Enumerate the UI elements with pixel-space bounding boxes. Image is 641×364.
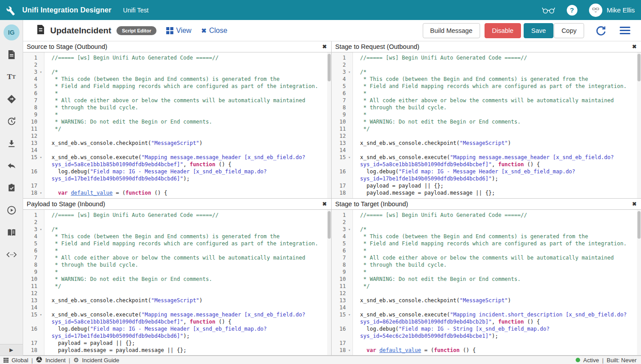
code-line[interactable]: 16 log.debug("Field map: IG - Message He… [23,168,327,175]
code-line[interactable]: 15▾x_snd_eb.ws_console.execute("Mapping … [332,311,637,318]
text-format-icon[interactable]: TT [6,72,17,82]
code-line[interactable]: 14 [332,304,637,311]
code-line[interactable]: 6 * [332,90,637,97]
fold-toggle-icon[interactable]: ▾ [346,226,353,233]
code-line[interactable]: 8 * through the build cycle. [332,104,637,111]
code-line[interactable]: 18▾ var default_value = (function () { [23,189,327,196]
copy-button[interactable]: Copy [554,23,584,38]
code-line[interactable]: 17 payload = payload || {}; [23,340,327,347]
code-line[interactable]: 10 * WARNING: Do not edit the Begin or E… [23,118,327,125]
code-line[interactable]: 4 * This code (between the Begin and End… [332,233,637,240]
code-line[interactable]: 7 * All code either above or below the c… [332,97,637,104]
code-line[interactable]: 11 */ [23,283,327,290]
code-line[interactable]: 5 * Field and Field mapping records whic… [332,240,637,247]
scrollbar-thumb[interactable] [637,211,641,239]
code-line[interactable]: 12 [23,290,327,297]
code-line[interactable]: 6 * [23,90,327,97]
code-line[interactable]: 12 [332,290,637,297]
code-line[interactable]: 16 log.debug("Field map: IG - String [x_… [332,325,637,332]
fold-toggle-icon[interactable]: ▾ [37,154,44,161]
code-line[interactable]: 9 * [23,111,327,118]
app-subtitle[interactable]: Unifi Test [123,7,148,14]
code-line[interactable]: 6 * [23,247,327,254]
save-button[interactable]: Save [524,23,553,38]
code-line[interactable]: 13x_snd_eb.ws_console.checkpoint("Messag… [332,297,637,304]
code-line[interactable]: 1//===== [ws] Begin Unifi Auto Generated… [23,54,327,61]
panel-close-icon[interactable]: ✖ [632,44,637,50]
code-line[interactable]: sys_id=17be1fde1b49b05090dfdb9ebd4bcbd6]… [23,175,327,182]
scope-global-label[interactable]: Global [12,357,28,364]
code-line[interactable]: sys_id=17be1fde1b49b05090dfdb9ebd4bcbd6]… [23,332,327,340]
code-line[interactable]: 11 */ [332,125,637,132]
code-line[interactable]: 5 * Field and Field mapping records whic… [332,83,637,90]
document-icon[interactable] [6,49,17,60]
close-record-button[interactable]: ✖ Close [201,27,228,35]
code-line[interactable]: 1//===== [ws] Begin Unifi Auto Generated… [332,212,637,219]
fold-toggle-icon[interactable]: ▾ [346,154,353,161]
code-line[interactable]: 10 * WARNING: Do not edit the Begin or E… [332,118,637,125]
code-line[interactable]: 2 [332,219,637,226]
code-line[interactable]: 14 [332,147,637,154]
code-line[interactable]: 3▾/* [23,68,327,76]
incident-guide-label[interactable]: Incident Guide [82,357,119,364]
sidebar-expand-button[interactable]: ▶ [0,344,23,356]
user-name[interactable]: Mike Ellis [607,6,635,14]
view-button[interactable]: View [166,27,191,35]
code-line[interactable]: 14 [23,147,327,154]
code-editor[interactable]: 1//===== [ws] Begin Unifi Auto Generated… [332,210,641,355]
fold-toggle-icon[interactable]: ▾ [346,68,353,76]
code-line[interactable]: 13x_snd_eb.ws_console.checkpoint("Messag… [23,297,327,304]
scrollbar-thumb[interactable] [637,54,641,81]
code-line[interactable]: 13x_snd_eb.ws_console.checkpoint("Messag… [23,140,327,147]
panel-close-icon[interactable]: ✖ [322,201,327,207]
code-line[interactable]: sys_id=5a8ce1bb1b85b01090dfdb9ebd4bcbef]… [23,318,327,325]
code-icon[interactable] [6,249,17,260]
code-line[interactable]: 15▾x_snd_eb.ws_console.execute("Mapping … [23,154,327,161]
fold-toggle-icon[interactable]: ▾ [37,226,44,233]
code-line[interactable]: 2 [23,61,327,68]
code-line[interactable]: 1//===== [ws] Begin Unifi Auto Generated… [23,212,327,219]
code-line[interactable]: 3▾/* [332,226,637,233]
glasses-icon[interactable] [542,5,555,15]
code-line[interactable]: 18▾ var default_value = (function () { [332,347,637,354]
code-line[interactable]: 8 * through the build cycle. [332,261,637,268]
code-line[interactable]: 17 [332,340,637,347]
code-line[interactable]: 13x_snd_eb.ws_console.checkpoint("Messag… [332,140,637,147]
fold-toggle-icon[interactable]: ▾ [37,311,44,318]
wrench-icon[interactable] [4,4,16,16]
history-icon[interactable] [6,116,17,127]
reply-icon[interactable] [6,160,17,171]
fold-toggle-icon[interactable]: ▾ [346,347,353,354]
code-line[interactable]: 8 * through the build cycle. [23,261,327,268]
code-line[interactable]: 6 * [332,247,637,254]
vertical-scrollbar[interactable] [327,52,331,198]
code-line[interactable]: 2 [23,219,327,226]
code-line[interactable]: sys_id=5a8ce1bb1b85b01090dfdb9ebd4bcbef]… [332,161,637,168]
code-line[interactable]: 7 * All code either above or below the c… [23,254,327,261]
panel-close-icon[interactable]: ✖ [322,44,327,50]
code-line[interactable]: 15▾x_snd_eb.ws_console.execute("Mapping … [332,154,637,161]
refresh-icon[interactable] [596,25,606,36]
directions-icon[interactable] [6,94,17,104]
fold-toggle-icon[interactable]: ▾ [37,189,44,196]
code-line[interactable]: sys_id=17be1fde1b49b05090dfdb9ebd4bcbd6]… [332,175,637,182]
vertical-scrollbar[interactable] [637,52,641,198]
scrollbar-thumb[interactable] [328,54,331,81]
code-line[interactable]: 3▾/* [23,226,327,233]
disable-button[interactable]: Disable [485,23,521,38]
code-line[interactable]: 4 * This code (between the Begin and End… [23,76,327,83]
code-line[interactable]: 9 * [332,111,637,118]
code-editor[interactable]: 1//===== [ws] Begin Unifi Auto Generated… [23,210,331,355]
code-line[interactable]: 12 [332,132,637,140]
scrollbar-thumb[interactable] [328,211,331,239]
code-line[interactable]: 10 * WARNING: Do not edit the Begin or E… [332,276,637,283]
integration-avatar[interactable]: IG [4,24,20,40]
code-line[interactable]: 9 * [23,268,327,276]
code-line[interactable]: 7 * All code either above or below the c… [332,254,637,261]
fold-toggle-icon[interactable]: ▾ [346,311,353,318]
book-icon[interactable] [6,227,17,238]
code-line[interactable]: 17 [23,182,327,189]
code-line[interactable]: 8 * through the build cycle. [23,104,327,111]
code-line[interactable]: sys_id=54ec6c2e1b0db05090dfdb9ebd4bcbe1]… [332,332,637,340]
vertical-scrollbar[interactable] [327,210,331,355]
